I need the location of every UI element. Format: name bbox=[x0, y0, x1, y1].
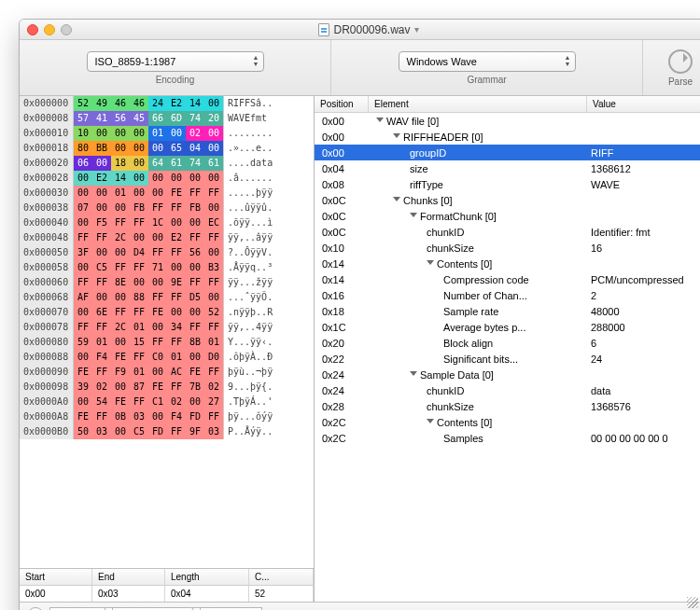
hex-byte[interactable]: 18 bbox=[111, 156, 130, 171]
hex-byte[interactable]: 56 bbox=[111, 111, 130, 126]
hex-byte[interactable]: 01 bbox=[130, 320, 148, 335]
hex-byte[interactable]: FF bbox=[74, 320, 92, 335]
hex-byte[interactable]: FF bbox=[92, 275, 111, 290]
hex-byte[interactable]: FF bbox=[148, 290, 167, 305]
hex-byte[interactable]: D4 bbox=[130, 245, 148, 260]
hex-row[interactable]: 0x000090FEFFF90100ACFEFFþÿù..¬þÿ bbox=[20, 365, 314, 380]
disclosure-triangle-icon[interactable] bbox=[427, 419, 434, 423]
hex-byte[interactable]: FE bbox=[74, 365, 92, 380]
hex-byte[interactable]: FF bbox=[167, 245, 186, 260]
hex-byte[interactable]: FF bbox=[148, 245, 167, 260]
hex-row[interactable]: 0x0000200600180064617461....data bbox=[20, 156, 314, 171]
tree-row[interactable]: 0x0CchunkIDIdentifier: fmt bbox=[315, 224, 700, 240]
hex-byte[interactable]: 10 bbox=[74, 126, 92, 141]
tree-row[interactable]: 0x14Compression codePCM/uncompressed bbox=[315, 271, 700, 287]
hex-byte[interactable]: 14 bbox=[186, 96, 204, 111]
tree-row[interactable]: 0x08riffTypeWAVE bbox=[315, 176, 700, 192]
hex-byte[interactable]: 00 bbox=[204, 96, 223, 111]
hex-byte[interactable]: 61 bbox=[167, 156, 186, 171]
hex-byte[interactable]: 54 bbox=[92, 395, 111, 409]
hex-byte[interactable]: 07 bbox=[74, 201, 92, 215]
tree-row[interactable]: 0x2CContents [0] bbox=[315, 414, 700, 430]
hex-byte[interactable]: 00 bbox=[92, 186, 111, 201]
hex-byte[interactable]: 00 bbox=[167, 260, 186, 275]
hex-byte[interactable]: 00 bbox=[186, 260, 204, 275]
hex-byte[interactable]: FF bbox=[204, 275, 223, 290]
hex-byte[interactable]: FF bbox=[204, 365, 223, 380]
hex-byte[interactable]: FF bbox=[204, 409, 223, 424]
hex-row[interactable]: 0x000068AF000088FFFFD500...ˆÿÿÕ. bbox=[20, 290, 314, 305]
hex-byte[interactable]: 00 bbox=[130, 141, 148, 156]
hex-byte[interactable]: 00 bbox=[148, 409, 167, 424]
hex-byte[interactable]: 01 bbox=[148, 126, 167, 141]
hex-byte[interactable]: FF bbox=[204, 230, 223, 245]
resize-handle[interactable] bbox=[687, 597, 698, 608]
hex-byte[interactable]: 00 bbox=[148, 230, 167, 245]
hex-byte[interactable]: 00 bbox=[204, 171, 223, 186]
hex-byte[interactable]: 06 bbox=[74, 156, 92, 171]
hex-byte[interactable]: 00 bbox=[186, 395, 204, 409]
tree-row[interactable]: 0x0CFormatChunk [0] bbox=[315, 208, 700, 224]
hex-byte[interactable]: 00 bbox=[74, 395, 92, 409]
hex-byte[interactable]: 00 bbox=[204, 201, 223, 215]
hex-byte[interactable]: 00 bbox=[111, 335, 130, 350]
hex-byte[interactable]: 3F bbox=[74, 245, 92, 260]
hex-byte[interactable]: 2C bbox=[111, 230, 130, 245]
tree-row[interactable]: 0x00groupIDRIFF bbox=[315, 145, 700, 160]
hex-byte[interactable]: 00 bbox=[148, 171, 167, 186]
hex-byte[interactable]: FF bbox=[130, 260, 148, 275]
tree-view[interactable]: 0x00WAV file [0]0x00RIFFHEADER [0]0x00gr… bbox=[315, 113, 700, 602]
hex-byte[interactable]: F4 bbox=[167, 409, 186, 424]
hex-byte[interactable]: FE bbox=[111, 395, 130, 409]
tree-hdr-position[interactable]: Position bbox=[315, 96, 369, 112]
hex-byte[interactable]: 15 bbox=[130, 335, 148, 350]
hex-row[interactable]: 0x0000005249464624E21400RIFFSâ.. bbox=[20, 96, 314, 111]
hex-row[interactable]: 0x00000857415645666D7420WAVEfmt bbox=[20, 111, 314, 126]
hex-byte[interactable]: FF bbox=[167, 201, 186, 215]
disclosure-triangle-icon[interactable] bbox=[376, 118, 384, 122]
hex-byte[interactable]: 00 bbox=[167, 126, 186, 141]
hex-byte[interactable]: 87 bbox=[130, 380, 148, 395]
hex-byte[interactable]: 00 bbox=[148, 141, 167, 156]
hex-byte[interactable]: 00 bbox=[204, 290, 223, 305]
help-button[interactable]: ? bbox=[27, 607, 44, 611]
hex-row[interactable]: 0x000070006EFFFFFE000052.nÿÿþ..R bbox=[20, 305, 314, 320]
disclosure-triangle-icon[interactable] bbox=[427, 260, 434, 265]
hex-byte[interactable]: 00 bbox=[186, 350, 204, 365]
tree-row[interactable]: 0x20Block align6 bbox=[315, 335, 700, 351]
hex-byte[interactable]: 00 bbox=[92, 290, 111, 305]
hex-byte[interactable]: 74 bbox=[186, 156, 204, 171]
hex-byte[interactable]: FB bbox=[130, 201, 148, 215]
hex-byte[interactable]: 52 bbox=[74, 96, 92, 111]
hex-byte[interactable]: FF bbox=[74, 275, 92, 290]
hex-byte[interactable]: FD bbox=[148, 424, 167, 439]
tree-row[interactable]: 0x04size1368612 bbox=[315, 160, 700, 176]
hex-byte[interactable]: D0 bbox=[204, 350, 223, 365]
hex-byte[interactable]: AF bbox=[74, 290, 92, 305]
hex-byte[interactable]: FF bbox=[130, 305, 148, 320]
hex-byte[interactable]: FE bbox=[111, 350, 130, 365]
hex-byte[interactable]: 00 bbox=[130, 171, 148, 186]
hex-byte[interactable]: 24 bbox=[148, 96, 167, 111]
hex-byte[interactable]: F5 bbox=[92, 215, 111, 230]
tree-row[interactable]: 0x22Significant bits...24 bbox=[315, 351, 700, 367]
hex-byte[interactable]: 00 bbox=[92, 245, 111, 260]
hex-byte[interactable]: 46 bbox=[111, 96, 130, 111]
hex-byte[interactable]: 03 bbox=[92, 424, 111, 439]
hex-row[interactable]: 0x000078FFFF2C010034FFFFÿÿ,..4ÿÿ bbox=[20, 320, 314, 335]
hex-byte[interactable]: 00 bbox=[167, 215, 186, 230]
hex-row[interactable]: 0x00001880BB000000650400.»...e.. bbox=[20, 141, 314, 156]
hex-byte[interactable]: FF bbox=[74, 230, 92, 245]
hex-byte[interactable]: E2 bbox=[167, 230, 186, 245]
tree-row[interactable]: 0x00RIFFHEADER [0] bbox=[315, 129, 700, 145]
hex-byte[interactable]: FF bbox=[92, 320, 111, 335]
hex-byte[interactable]: 39 bbox=[74, 380, 92, 395]
hex-byte[interactable]: 00 bbox=[74, 350, 92, 365]
hex-row[interactable]: 0x00004000F5FFFF1C0000EC.õÿÿ...ì bbox=[20, 215, 314, 230]
hex-byte[interactable]: 49 bbox=[92, 96, 111, 111]
hex-byte[interactable]: FE bbox=[167, 186, 186, 201]
hex-byte[interactable]: 03 bbox=[204, 424, 223, 439]
titlebar[interactable]: DR000096.wav ▾ bbox=[20, 20, 700, 40]
hex-byte[interactable]: 65 bbox=[167, 141, 186, 156]
hex-byte[interactable]: FE bbox=[148, 380, 167, 395]
